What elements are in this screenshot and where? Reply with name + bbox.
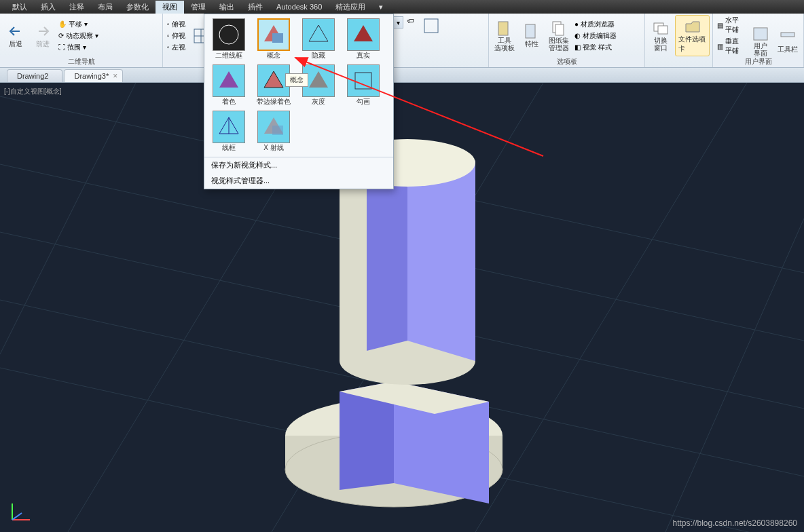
menu-view[interactable]: 视图 [156,1,184,14]
svg-rect-4 [424,19,438,33]
style-realistic[interactable]: 真实 [343,18,384,60]
svg-rect-12 [781,33,794,37]
view-bottom-button[interactable]: ▫仰视 [166,31,187,41]
tile-v-icon: ▥ [717,43,723,50]
naming-button[interactable]: 🏷 [406,16,418,25]
style-conceptual[interactable]: 概念 [253,18,294,60]
nav-pan-button[interactable]: ✋平移▾ [57,19,100,30]
svg-marker-36 [309,71,328,88]
viewport-config-button[interactable] [420,16,442,35]
svg-rect-10 [658,26,668,34]
visual-styles-panel: 二维线框 概念 隐藏 真实 着色 带边缘着色 灰度 勾画 线框 X 射线 保存为… [204,14,394,189]
sheet-manager-button[interactable]: 图纸集 管理器 [546,15,572,56]
chevron-down-icon: ▾ [95,32,98,39]
svg-marker-35 [264,71,283,88]
svg-point-29 [219,25,238,44]
sphere-edit-icon: ◐ [574,32,581,39]
properties-button[interactable]: 特性 [519,15,545,56]
style-wireframe[interactable]: 线框 [208,111,249,153]
ucs-axis-icon [7,498,34,525]
svg-marker-33 [354,25,373,41]
switch-window-button[interactable]: 切换 窗口 [648,15,674,56]
sphere-icon: ● [574,20,579,28]
windows-icon [653,20,669,37]
menubar: 默认 插入 注释 布局 参数化 视图 管理 输出 插件 Autodesk 360… [0,0,804,14]
material-browser-button[interactable]: ●材质浏览器 [573,19,618,30]
visual-style-mgr-button[interactable]: ◧视觉 样式 [573,42,618,53]
hand-icon: ✋ [58,20,67,28]
menu-parametric[interactable]: 参数化 [120,1,156,14]
menu-autodesk360[interactable]: Autodesk 360 [270,1,329,12]
arrow-right-icon [35,23,51,39]
ribbon-group-label: 选项板 [489,56,644,67]
svg-rect-5 [498,22,508,35]
arrow-left-icon [7,23,24,39]
toolbar-icon [780,28,796,45]
ribbon-group-window: 切换 窗口 文件选项卡 [645,14,713,67]
view-left-button[interactable]: ▫左视 [166,42,187,53]
tile-vertical-button[interactable]: ▥垂直平铺 [716,36,746,56]
viewport-icon [423,18,439,34]
tab-drawing3[interactable]: Drawing3*✕ [64,69,123,82]
tag-icon: 🏷 [407,17,414,24]
extents-icon: ⛶ [58,43,65,51]
tooltip: 概念 [285,73,308,87]
ribbon-group-palettes: 工具 选项板 特性 图纸集 管理器 ●材质浏览器 ◐材质编辑器 ◧视觉 样式 选… [489,14,645,67]
menu-insert[interactable]: 插入 [34,1,62,14]
ribbon: 后退 前进 ✋平移▾ ⟳动态观察▾ ⛶范围▾ 二维导航 ▫俯视 ▫仰视 ▫左视 [0,14,804,68]
style-shaded[interactable]: 着色 [208,64,249,107]
style-2d-wireframe[interactable]: 二维线框 [208,18,249,60]
close-icon[interactable]: ✕ [113,73,118,79]
nav-forward-label: 前进 [36,39,50,49]
ribbon-group-nav2d: 后退 前进 ✋平移▾ ⟳动态观察▾ ⛶范围▾ 二维导航 [0,14,163,67]
ribbon-group-label: 用户界面 [713,56,803,67]
material-editor-button[interactable]: ◐材质编辑器 [573,31,618,41]
orbit-icon: ⟳ [58,32,64,39]
nav-forward-button[interactable]: 前进 [30,15,56,56]
ribbon-group-ui: ▤水平平铺 ▥垂直平铺 ❐层叠 用户 界面 工具栏 用户界面 [713,14,804,67]
svg-line-28 [12,513,22,520]
svg-rect-8 [555,24,564,35]
model-3d-solid [0,83,804,532]
menu-manage[interactable]: 管理 [184,1,213,14]
palette-icon [496,20,513,37]
svg-marker-32 [309,25,328,41]
menu-default[interactable]: 默认 [5,1,34,14]
tile-horizontal-button[interactable]: ▤水平平铺 [716,15,746,35]
svg-rect-37 [355,73,371,89]
nav-orbit-button[interactable]: ⟳动态观察▾ [57,31,100,41]
menu-featured[interactable]: 精选应用 [329,1,372,14]
save-as-new-style[interactable]: 保存为新视觉样式... [204,157,393,173]
chevron-down-icon: ▾ [397,19,400,26]
tool-palette-button[interactable]: 工具 选项板 [492,15,517,56]
view-top-button[interactable]: ▫俯视 [166,19,187,30]
menu-annotate[interactable]: 注释 [62,1,91,14]
style-icon: ◧ [574,43,581,51]
nav-back-button[interactable]: 后退 [3,15,29,56]
svg-rect-6 [526,24,535,38]
cube-top-icon: ▫ [167,20,170,28]
tab-drawing2[interactable]: Drawing2 [7,69,62,82]
cube-left-icon: ▫ [167,43,170,51]
svg-rect-11 [754,28,767,40]
style-hidden[interactable]: 隐藏 [298,18,339,60]
style-sketchy[interactable]: 勾画 [343,64,384,107]
visual-style-manager[interactable]: 视觉样式管理器... [204,173,393,189]
file-tabs-button[interactable]: 文件选项卡 [675,15,710,56]
watermark-text: https://blog.csdn.net/s2603898260 [673,518,797,528]
menu-layout[interactable]: 布局 [91,1,120,14]
nav-back-label: 后退 [9,39,22,49]
nav-extents-button[interactable]: ⛶范围▾ [57,42,100,53]
menu-plugin[interactable]: 插件 [241,1,270,14]
menu-overflow-icon[interactable]: ▾ [372,1,390,13]
svg-marker-34 [219,71,238,88]
ribbon-group-label: 二维导航 [0,56,162,67]
style-xray[interactable]: X 射线 [253,111,294,153]
menu-output[interactable]: 输出 [213,1,241,14]
cube-bottom-icon: ▫ [167,32,170,39]
drawing-viewport[interactable]: [-]自定义视图[概念] https://blog.csdn.net/s2603… [0,83,804,532]
sheets-icon [551,20,567,37]
svg-rect-41 [272,126,283,135]
properties-icon [524,23,540,39]
folder-tabs-icon [684,18,701,35]
